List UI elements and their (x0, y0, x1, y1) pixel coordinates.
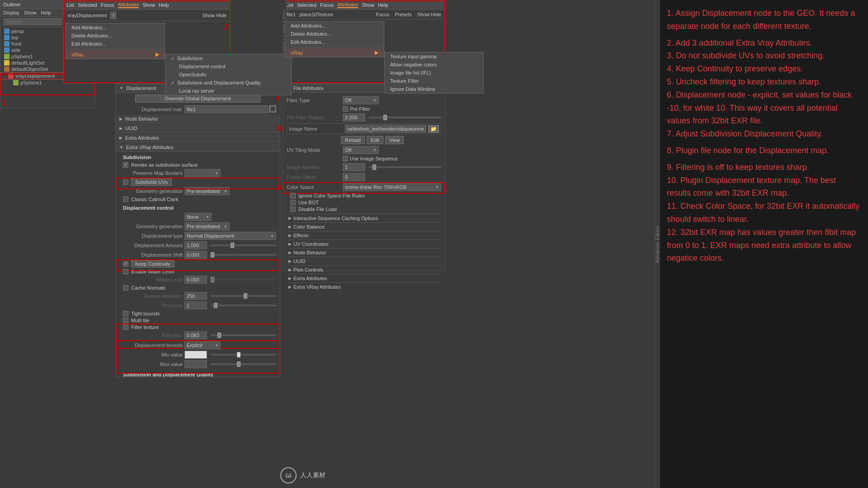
render-subdivision-checkbox[interactable] (123, 162, 128, 168)
effects-row[interactable]: ▶ Effects (287, 231, 441, 239)
node-behavior-expand-row[interactable]: ▶ Node Behavior (287, 248, 441, 257)
edit-btn[interactable]: Edit (367, 136, 383, 144)
filter-type-dropdown[interactable]: Off ▼ (343, 96, 379, 104)
preserve-map-dropdown[interactable]: ▼ (184, 169, 221, 177)
node-file1[interactable]: file1 (287, 12, 296, 17)
extra-vray-expand-row[interactable]: ▶ Extra VRay Attributes (287, 282, 441, 291)
connect-displacement-btn[interactable]: ⬛ (269, 105, 276, 113)
displacement-type-dropdown[interactable]: Normal Displacement ▼ (184, 232, 276, 240)
min-value-slider[interactable] (211, 354, 276, 356)
frame-offset-input[interactable] (343, 173, 365, 181)
browse-btn[interactable]: 📁 (428, 125, 439, 133)
reload-btn[interactable]: Reload (341, 136, 365, 144)
local-ray-server-item[interactable]: Local ray server (165, 87, 291, 95)
max-value-slider[interactable] (211, 363, 276, 365)
ptex-controls-row[interactable]: ▶ Ptex Controls (287, 265, 441, 274)
filter-blur-slider[interactable] (211, 334, 276, 336)
uuid-header[interactable]: ▶ UUID (116, 124, 280, 133)
interactive-sequence-row[interactable]: ▶ Interactive Sequence Caching Options (287, 214, 441, 222)
displacement-amount-slider[interactable] (211, 244, 276, 246)
displacement-control-item[interactable]: Displacement control (165, 62, 291, 70)
water-level-input[interactable] (184, 276, 207, 284)
min-value-input[interactable] (184, 351, 207, 359)
classic-catmull-checkbox[interactable] (123, 197, 128, 202)
enable-water-level-checkbox[interactable] (123, 269, 128, 274)
subdiv-quality-item[interactable]: ✓ Subdivision and Displacement Quality (165, 79, 291, 87)
geometry-gen-dropdown[interactable]: Pre-tessellated ▼ (184, 187, 230, 195)
focus-btn[interactable]: Focus (376, 12, 390, 17)
max-value-input[interactable] (184, 360, 207, 368)
none-dropdown[interactable]: None ▼ (184, 213, 212, 221)
displacement-mat-input[interactable] (184, 105, 268, 113)
texture-res-slider[interactable] (211, 295, 276, 297)
keep-continuity-checkbox[interactable] (123, 261, 128, 267)
node-behavior-header[interactable]: ▶ Node Behavior (116, 115, 280, 123)
node-place2d[interactable]: place2dTexture (299, 12, 333, 17)
pre-filter-radius-slider[interactable] (369, 117, 441, 118)
allow-negative-colors-item[interactable]: Allow negative colors (385, 61, 483, 69)
displacement-bounds-dropdown[interactable]: Explicit ▼ (184, 341, 221, 349)
menu-selected[interactable]: Selected (297, 2, 316, 8)
color-space-dropdown[interactable]: scene-linear Rec 709/sRGB ▼ (343, 183, 441, 191)
menu-display[interactable]: Display (3, 10, 19, 15)
subdivide-uvs-checkbox[interactable] (123, 179, 128, 185)
keep-continuity-btn[interactable]: Keep Continuity (131, 260, 175, 267)
pre-filter-radius-input[interactable] (343, 113, 365, 122)
extra-vray-header[interactable]: ▼ Extra VRay Attributes (116, 143, 280, 152)
view-btn[interactable]: View (385, 136, 404, 144)
menu-selected[interactable]: Selected (78, 2, 97, 8)
uv-tiling-dropdown[interactable]: Off ▼ (343, 146, 379, 154)
menu-show[interactable]: Show (142, 2, 155, 8)
cache-normals-checkbox[interactable] (123, 285, 128, 291)
menu-help[interactable]: Help (41, 10, 52, 15)
filter-texture-checkbox[interactable] (123, 324, 128, 330)
vray-menu-item[interactable]: VRay ▶ (66, 50, 165, 59)
add-attributes-item2[interactable]: Add Attributes... (285, 22, 384, 30)
uv-coordinates-row[interactable]: ▶ UV Coordinates (287, 239, 441, 248)
image-number-slider[interactable] (369, 166, 441, 168)
show-hide-label2[interactable]: Show Hide (417, 12, 441, 17)
delete-attributes-item2[interactable]: Delete Attributes... (285, 30, 384, 38)
menu-focus[interactable]: Focus (101, 2, 114, 8)
vray-item2[interactable]: VRay ▶ (285, 48, 384, 57)
uuid-expand-row[interactable]: ▶ UUID (287, 257, 441, 265)
precision-input[interactable] (184, 301, 207, 310)
texture-filter-item[interactable]: Texture Filter (385, 77, 483, 85)
menu-focus[interactable]: Focus (320, 2, 334, 8)
menu-show[interactable]: Show (24, 10, 37, 15)
use-image-seq-checkbox[interactable] (343, 156, 348, 161)
texture-res-input[interactable] (184, 292, 207, 300)
menu-show[interactable]: Show (362, 2, 374, 8)
extra-attributes-expand-row[interactable]: ▶ Extra Attributes (287, 274, 441, 282)
menu-help[interactable]: Help (378, 2, 388, 8)
ignore-data-window-item[interactable]: Ignore Data Window (385, 85, 483, 93)
presets-btn[interactable]: Presets (395, 12, 412, 17)
menu-attributes[interactable]: Attributes (337, 2, 358, 8)
delete-attributes-item[interactable]: Delete Attributes... (66, 32, 165, 40)
image-number-input[interactable] (343, 163, 365, 171)
menu-attributes[interactable]: Attributes (118, 2, 139, 8)
add-attributes-item[interactable]: Add Attributes... (66, 23, 165, 32)
image-file-list-item[interactable]: Image file list (IFL) (385, 69, 483, 77)
color-balance-row[interactable]: ▶ Color Balance (287, 222, 441, 231)
ignore-color-space-checkbox[interactable] (290, 193, 296, 198)
edit-attributes-item[interactable]: Edit Attributes... (66, 40, 165, 48)
subdivide-uvs-btn[interactable]: Subdivide UVs (131, 178, 172, 186)
displacement-shift-slider[interactable] (211, 254, 276, 256)
opensubdiv-item[interactable]: OpenSubdiv (165, 70, 291, 79)
texture-input-gamma-item[interactable]: Texture input gamma (385, 52, 483, 61)
override-global-btn[interactable]: Override Global Displacement (135, 94, 261, 103)
multi-tile-checkbox[interactable] (123, 318, 128, 323)
show-hide-label[interactable]: Show Hide (203, 13, 226, 18)
extra-attributes-header[interactable]: ▶ Extra Attributes (116, 134, 280, 142)
filter-blur-input[interactable] (184, 331, 207, 339)
menu-list[interactable]: List (286, 2, 293, 8)
water-level-slider[interactable] (211, 279, 276, 281)
menu-help[interactable]: Help (159, 2, 169, 8)
use-bot-checkbox[interactable] (290, 200, 296, 205)
tight-bounds-checkbox[interactable] (123, 311, 128, 316)
pre-filter-checkbox[interactable] (343, 106, 348, 112)
displacement-shift-input[interactable] (184, 251, 207, 259)
search-input[interactable] (3, 18, 62, 25)
image-name-input[interactable] (345, 125, 426, 133)
